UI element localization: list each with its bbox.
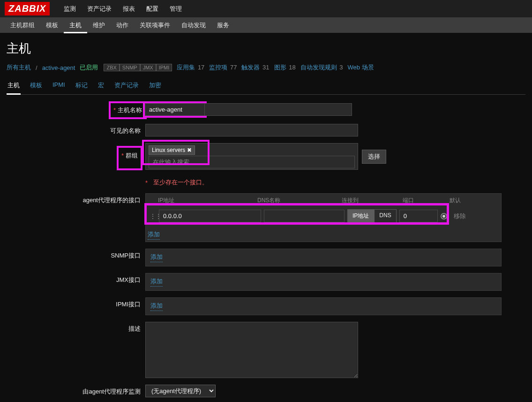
subnav-hosts[interactable]: 主机	[64, 17, 87, 33]
link-applications[interactable]: 应用集	[177, 64, 195, 71]
subnav-actions[interactable]: 动作	[111, 17, 134, 33]
label-hostname: *主机名称	[111, 103, 145, 117]
subnav-discovery[interactable]: 自动发现	[176, 17, 211, 33]
label-proxy: 由agent代理程序监测	[7, 385, 145, 396]
groups-box[interactable]: Linux servers✖	[145, 143, 358, 170]
add-jmx-interface-link[interactable]: 添加	[150, 277, 163, 287]
drag-handle-icon[interactable]: ⋮⋮	[150, 212, 156, 220]
subnav-hostgroups[interactable]: 主机群组	[5, 17, 40, 33]
link-items[interactable]: 监控项	[209, 64, 227, 71]
connect-to-toggle: IP地址 DNS	[347, 209, 397, 223]
ipmi-interface-box: 添加	[145, 297, 502, 315]
agent-interface-row: ⋮⋮ IP地址 DNS 移除	[146, 207, 501, 228]
topnav-monitoring[interactable]: 监测	[58, 0, 82, 18]
crumb-host[interactable]: active-agent	[42, 64, 75, 71]
count-items: 77	[230, 64, 237, 71]
tab-inventory[interactable]: 资产记录	[113, 78, 140, 94]
label-snmp-interface: SNMP接口	[7, 249, 145, 260]
badge-snmp: SNMP	[120, 64, 140, 71]
tab-host[interactable]: 主机	[7, 78, 21, 95]
link-graphs[interactable]: 图形	[274, 64, 286, 71]
count-discovery-rules: 3	[339, 64, 343, 71]
add-snmp-interface-link[interactable]: 添加	[150, 253, 163, 262]
tab-macros[interactable]: 宏	[97, 78, 105, 94]
connect-dns-button[interactable]: DNS	[374, 209, 396, 223]
add-agent-interface-link[interactable]: 添加	[148, 230, 160, 240]
group-search-input[interactable]	[149, 156, 355, 168]
tab-ipmi[interactable]: IPMI	[52, 78, 66, 94]
badge-jmx: JMX	[140, 64, 156, 71]
interface-error: *至少存在一个接口。	[145, 176, 525, 187]
default-interface-radio[interactable]	[441, 213, 447, 220]
hostname-input[interactable]	[145, 103, 205, 116]
remove-group-icon[interactable]: ✖	[187, 147, 192, 153]
badge-zbx: ZBX	[104, 64, 119, 71]
visible-name-input[interactable]	[145, 124, 358, 137]
top-nav: ZABBIX 监测 资产记录 报表 配置 管理	[0, 0, 532, 18]
subnav-maintenance[interactable]: 维护	[87, 17, 111, 33]
topnav-administration[interactable]: 管理	[164, 0, 187, 18]
subnav-correlation[interactable]: 关联项事件	[134, 17, 176, 33]
badge-ipmi: IPMI	[156, 64, 172, 71]
topnav-reports[interactable]: 报表	[117, 0, 141, 18]
agent-interface-table: IP地址 DNS名称 连接到 端口 默认 ⋮⋮ IP地址 DNS	[145, 193, 502, 242]
count-graphs: 18	[289, 64, 295, 71]
host-form: *主机名称 可见的名称 *群组 Linux servers✖	[7, 103, 525, 402]
col-port: 端口	[403, 197, 445, 205]
tab-encryption[interactable]: 加密	[148, 78, 162, 94]
page-title: 主机	[7, 40, 525, 57]
col-ip: IP地址	[150, 197, 257, 205]
crumb-all-hosts[interactable]: 所有主机	[7, 63, 31, 72]
availability-badges: ZBX SNMP JMX IPMI	[104, 64, 172, 71]
count-triggers: 31	[262, 64, 269, 71]
tab-templates[interactable]: 模板	[29, 78, 43, 94]
ip-address-input[interactable]	[159, 210, 261, 222]
tab-tags[interactable]: 标记	[75, 78, 89, 94]
label-jmx-interface: JMX接口	[7, 273, 145, 284]
topnav-inventory[interactable]: 资产记录	[82, 0, 117, 18]
label-description: 描述	[7, 322, 145, 333]
group-tag-linux-servers[interactable]: Linux servers✖	[149, 145, 195, 155]
label-ipmi-interface: IPMI接口	[7, 297, 145, 309]
col-conn: 连接到	[342, 197, 403, 205]
breadcrumb: 所有主机 / active-agent 已启用 ZBX SNMP JMX IPM…	[7, 63, 525, 72]
form-tabs: 主机 模板 IPMI 标记 宏 资产记录 加密	[7, 78, 525, 95]
hostname-input-ext[interactable]	[205, 103, 352, 116]
dns-name-input[interactable]	[264, 210, 345, 222]
select-group-button[interactable]: 选择	[362, 150, 386, 164]
proxy-select[interactable]: (无agent代理程序)	[145, 385, 216, 397]
remove-interface-link[interactable]: 移除	[454, 212, 466, 220]
snmp-interface-box: 添加	[145, 249, 502, 266]
logo[interactable]: ZABBIX	[5, 2, 50, 15]
port-input[interactable]	[399, 210, 438, 222]
col-def: 默认	[445, 197, 482, 205]
description-textarea[interactable]	[145, 322, 358, 378]
subnav-services[interactable]: 服务	[211, 17, 235, 33]
status-enabled: 已启用	[80, 63, 98, 72]
jmx-interface-box: 添加	[145, 273, 502, 291]
label-agent-interface: agent代理程序的接口	[7, 193, 145, 205]
count-applications: 17	[198, 64, 204, 71]
connect-ip-button[interactable]: IP地址	[347, 209, 374, 223]
col-dns: DNS名称	[257, 197, 342, 205]
label-groups: *群组	[7, 143, 145, 168]
crumb-sep: /	[36, 64, 37, 71]
link-web-scenarios[interactable]: Web 场景	[348, 64, 374, 71]
link-triggers[interactable]: 触发器	[241, 64, 260, 71]
subnav-templates[interactable]: 模板	[40, 17, 64, 33]
sub-nav: 主机群组 模板 主机 维护 动作 关联项事件 自动发现 服务	[0, 18, 532, 33]
add-ipmi-interface-link[interactable]: 添加	[150, 302, 163, 311]
topnav-configuration[interactable]: 配置	[141, 0, 164, 18]
link-discovery-rules[interactable]: 自动发现规则	[300, 64, 337, 71]
label-visible-name: 可见的名称	[7, 124, 145, 135]
